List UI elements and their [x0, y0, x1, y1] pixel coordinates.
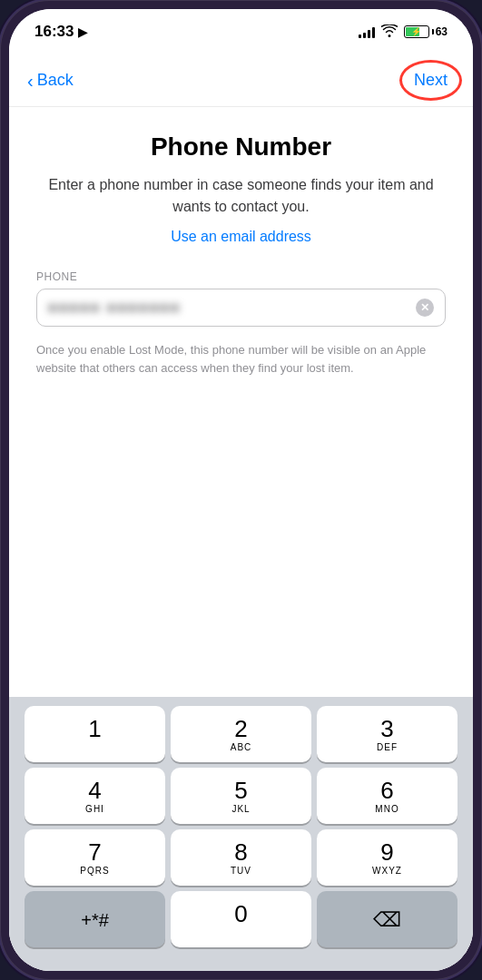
email-link[interactable]: Use an email address — [36, 229, 446, 245]
signal-bar-2 — [363, 33, 366, 38]
key-6[interactable]: 6 MNO — [317, 768, 457, 824]
page-title: Phone Number — [36, 132, 446, 162]
phone-input[interactable]: ●●●●● ●●●●●●● ✕ — [36, 289, 446, 327]
clear-icon: ✕ — [420, 302, 429, 313]
wifi-icon — [381, 24, 398, 40]
next-button-highlight — [399, 60, 462, 101]
key-2[interactable]: 2 ABC — [171, 706, 311, 762]
field-label: PHONE — [36, 270, 446, 283]
battery-indicator: ⚡ 63 — [404, 25, 448, 38]
key-4[interactable]: 4 GHI — [25, 768, 165, 824]
phone-frame: 16:33 ▶ — [0, 0, 482, 980]
keyboard-row-4: +*# 0 ⌫ — [15, 891, 467, 947]
keyboard-row-2: 4 GHI 5 JKL 6 MNO — [15, 768, 467, 824]
location-icon: ▶ — [78, 25, 87, 39]
signal-bar-1 — [359, 34, 361, 38]
key-7[interactable]: 7 PQRS — [25, 829, 165, 886]
numeric-keyboard: 1 2 ABC 3 DEF 4 GHI — [9, 697, 473, 971]
battery-tip — [432, 29, 434, 34]
battery-body: ⚡ — [404, 25, 429, 38]
status-bar: 16:33 ▶ — [9, 9, 473, 54]
status-icons: ⚡ 63 — [359, 24, 448, 40]
signal-bar-4 — [372, 27, 375, 38]
key-0[interactable]: 0 — [171, 891, 311, 947]
key-3[interactable]: 3 DEF — [317, 706, 457, 762]
key-1[interactable]: 1 — [25, 706, 165, 762]
key-8[interactable]: 8 TUV — [171, 829, 311, 886]
screen: 16:33 ▶ — [9, 9, 473, 971]
delete-icon: ⌫ — [373, 908, 401, 932]
time-display: 16:33 — [34, 23, 74, 41]
form-section: Phone Number Enter a phone number in cas… — [9, 107, 473, 697]
back-label: Back — [37, 71, 74, 90]
signal-bar-3 — [368, 30, 370, 38]
phone-field: PHONE ●●●●● ●●●●●●● ✕ — [36, 270, 446, 327]
content-area: ‹ Back Next Phone Number Enter a phone n… — [9, 54, 473, 971]
key-delete[interactable]: ⌫ — [317, 891, 457, 947]
signal-bars — [359, 25, 375, 38]
helper-text: Once you enable Lost Mode, this phone nu… — [36, 341, 446, 377]
status-time: 16:33 ▶ — [34, 23, 87, 41]
nav-bar: ‹ Back Next — [9, 54, 473, 107]
back-button[interactable]: ‹ Back — [27, 71, 74, 90]
battery-percent: 63 — [436, 25, 448, 38]
clear-button[interactable]: ✕ — [416, 299, 434, 317]
page-description: Enter a phone number in case someone fin… — [36, 174, 446, 218]
keyboard-row-1: 1 2 ABC 3 DEF — [15, 706, 467, 762]
key-9[interactable]: 9 WXYZ — [317, 829, 457, 886]
back-chevron-icon: ‹ — [27, 72, 34, 90]
keyboard-row-3: 7 PQRS 8 TUV 9 WXYZ — [15, 829, 467, 886]
key-special[interactable]: +*# — [25, 891, 165, 947]
special-key-label: +*# — [81, 910, 109, 931]
phone-value: ●●●●● ●●●●●●● — [48, 299, 416, 316]
key-5[interactable]: 5 JKL — [171, 768, 311, 824]
next-button[interactable]: Next — [407, 67, 455, 93]
